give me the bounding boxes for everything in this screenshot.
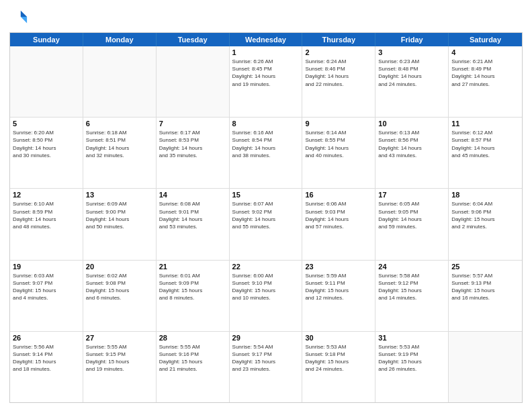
day-headers: SundayMondayTuesdayWednesdayThursdayFrid…	[10, 33, 522, 46]
day-number: 25	[451, 263, 519, 271]
day-number: 13	[86, 191, 153, 199]
day-cell	[10, 46, 83, 117]
day-cell: 21Sunrise: 6:01 AM Sunset: 9:09 PM Dayli…	[157, 261, 230, 331]
day-cell: 24Sunrise: 5:58 AM Sunset: 9:12 PM Dayli…	[375, 261, 449, 331]
day-cell: 3Sunrise: 6:23 AM Sunset: 8:48 PM Daylig…	[375, 46, 449, 117]
day-info: Sunrise: 6:05 AM Sunset: 9:05 PM Dayligh…	[378, 200, 445, 230]
day-cell: 19Sunrise: 6:03 AM Sunset: 9:07 PM Dayli…	[10, 261, 83, 331]
day-number: 30	[305, 334, 372, 342]
day-info: Sunrise: 5:57 AM Sunset: 9:13 PM Dayligh…	[451, 272, 519, 302]
day-header-wednesday: Wednesday	[230, 33, 303, 46]
day-cell: 10Sunrise: 6:13 AM Sunset: 8:56 PM Dayli…	[375, 118, 449, 188]
day-cell: 13Sunrise: 6:09 AM Sunset: 9:00 PM Dayli…	[83, 189, 157, 259]
day-cell: 25Sunrise: 5:57 AM Sunset: 9:13 PM Dayli…	[449, 261, 522, 331]
day-info: Sunrise: 6:24 AM Sunset: 8:46 PM Dayligh…	[305, 58, 372, 88]
day-number: 12	[13, 191, 80, 199]
day-number: 31	[378, 334, 445, 342]
day-info: Sunrise: 5:53 AM Sunset: 9:19 PM Dayligh…	[378, 343, 445, 373]
week-row-2: 5Sunrise: 6:20 AM Sunset: 8:50 PM Daylig…	[10, 118, 522, 189]
day-number: 5	[13, 120, 80, 128]
day-info: Sunrise: 6:01 AM Sunset: 9:09 PM Dayligh…	[159, 272, 226, 302]
day-header-saturday: Saturday	[449, 33, 522, 46]
calendar-body: 1Sunrise: 6:26 AM Sunset: 8:45 PM Daylig…	[10, 46, 522, 402]
day-info: Sunrise: 6:09 AM Sunset: 9:00 PM Dayligh…	[86, 200, 153, 230]
day-number: 11	[451, 120, 519, 128]
day-number: 22	[232, 263, 300, 271]
day-cell: 30Sunrise: 5:53 AM Sunset: 9:18 PM Dayli…	[302, 332, 375, 402]
day-info: Sunrise: 6:04 AM Sunset: 9:06 PM Dayligh…	[451, 200, 519, 230]
day-cell: 8Sunrise: 6:16 AM Sunset: 8:54 PM Daylig…	[230, 118, 303, 188]
day-cell: 28Sunrise: 5:55 AM Sunset: 9:16 PM Dayli…	[157, 332, 230, 402]
day-info: Sunrise: 6:16 AM Sunset: 8:54 PM Dayligh…	[232, 129, 300, 159]
day-info: Sunrise: 6:03 AM Sunset: 9:07 PM Dayligh…	[13, 272, 80, 302]
day-info: Sunrise: 5:53 AM Sunset: 9:18 PM Dayligh…	[305, 343, 372, 373]
day-cell: 6Sunrise: 6:18 AM Sunset: 8:51 PM Daylig…	[83, 118, 157, 188]
page: SundayMondayTuesdayWednesdayThursdayFrid…	[0, 0, 532, 411]
day-number: 14	[159, 191, 226, 199]
day-number: 28	[159, 334, 226, 342]
day-cell: 9Sunrise: 6:14 AM Sunset: 8:55 PM Daylig…	[302, 118, 375, 188]
week-row-5: 26Sunrise: 5:56 AM Sunset: 9:14 PM Dayli…	[10, 332, 522, 402]
logo-icon	[9, 8, 28, 27]
day-cell: 7Sunrise: 6:17 AM Sunset: 8:53 PM Daylig…	[157, 118, 230, 188]
svg-marker-1	[21, 17, 27, 23]
day-cell: 15Sunrise: 6:07 AM Sunset: 9:02 PM Dayli…	[230, 189, 303, 259]
week-row-4: 19Sunrise: 6:03 AM Sunset: 9:07 PM Dayli…	[10, 261, 522, 332]
day-number: 18	[451, 191, 519, 199]
day-number: 24	[378, 263, 445, 271]
day-cell: 11Sunrise: 6:12 AM Sunset: 8:57 PM Dayli…	[449, 118, 522, 188]
day-cell: 12Sunrise: 6:10 AM Sunset: 8:59 PM Dayli…	[10, 189, 83, 259]
day-cell: 4Sunrise: 6:21 AM Sunset: 8:49 PM Daylig…	[449, 46, 522, 117]
day-info: Sunrise: 6:13 AM Sunset: 8:56 PM Dayligh…	[378, 129, 445, 159]
day-header-friday: Friday	[375, 33, 449, 46]
day-info: Sunrise: 6:17 AM Sunset: 8:53 PM Dayligh…	[159, 129, 226, 159]
day-number: 8	[232, 120, 300, 128]
day-number: 6	[86, 120, 153, 128]
day-cell: 5Sunrise: 6:20 AM Sunset: 8:50 PM Daylig…	[10, 118, 83, 188]
day-header-sunday: Sunday	[10, 33, 83, 46]
day-cell: 22Sunrise: 6:00 AM Sunset: 9:10 PM Dayli…	[230, 261, 303, 331]
day-info: Sunrise: 5:58 AM Sunset: 9:12 PM Dayligh…	[378, 272, 445, 302]
day-info: Sunrise: 6:14 AM Sunset: 8:55 PM Dayligh…	[305, 129, 372, 159]
day-info: Sunrise: 6:10 AM Sunset: 8:59 PM Dayligh…	[13, 200, 80, 230]
day-cell: 18Sunrise: 6:04 AM Sunset: 9:06 PM Dayli…	[449, 189, 522, 259]
day-cell: 20Sunrise: 6:02 AM Sunset: 9:08 PM Dayli…	[83, 261, 157, 331]
day-number: 7	[159, 120, 226, 128]
day-header-monday: Monday	[83, 33, 157, 46]
day-number: 23	[305, 263, 372, 271]
day-info: Sunrise: 6:06 AM Sunset: 9:03 PM Dayligh…	[305, 200, 372, 230]
day-info: Sunrise: 5:59 AM Sunset: 9:11 PM Dayligh…	[305, 272, 372, 302]
day-number: 17	[378, 191, 445, 199]
day-cell	[83, 46, 157, 117]
day-info: Sunrise: 6:26 AM Sunset: 8:45 PM Dayligh…	[232, 58, 300, 88]
day-number: 4	[451, 48, 519, 56]
day-cell: 23Sunrise: 5:59 AM Sunset: 9:11 PM Dayli…	[302, 261, 375, 331]
day-info: Sunrise: 6:12 AM Sunset: 8:57 PM Dayligh…	[451, 129, 519, 159]
day-number: 21	[159, 263, 226, 271]
day-info: Sunrise: 5:54 AM Sunset: 9:17 PM Dayligh…	[232, 343, 300, 373]
day-number: 27	[86, 334, 153, 342]
day-header-tuesday: Tuesday	[157, 33, 230, 46]
week-row-1: 1Sunrise: 6:26 AM Sunset: 8:45 PM Daylig…	[10, 46, 522, 118]
day-info: Sunrise: 6:20 AM Sunset: 8:50 PM Dayligh…	[13, 129, 80, 159]
svg-marker-0	[21, 11, 27, 17]
day-cell: 29Sunrise: 5:54 AM Sunset: 9:17 PM Dayli…	[230, 332, 303, 402]
day-number: 29	[232, 334, 300, 342]
day-number: 1	[232, 48, 300, 56]
day-number: 15	[232, 191, 300, 199]
day-cell: 2Sunrise: 6:24 AM Sunset: 8:46 PM Daylig…	[302, 46, 375, 117]
day-number: 9	[305, 120, 372, 128]
day-info: Sunrise: 5:55 AM Sunset: 9:16 PM Dayligh…	[159, 343, 226, 373]
day-cell: 31Sunrise: 5:53 AM Sunset: 9:19 PM Dayli…	[375, 332, 449, 402]
day-cell: 27Sunrise: 5:55 AM Sunset: 9:15 PM Dayli…	[83, 332, 157, 402]
day-info: Sunrise: 6:02 AM Sunset: 9:08 PM Dayligh…	[86, 272, 153, 302]
day-number: 16	[305, 191, 372, 199]
week-row-3: 12Sunrise: 6:10 AM Sunset: 8:59 PM Dayli…	[10, 189, 522, 260]
day-number: 10	[378, 120, 445, 128]
day-header-thursday: Thursday	[302, 33, 375, 46]
day-info: Sunrise: 6:08 AM Sunset: 9:01 PM Dayligh…	[159, 200, 226, 230]
day-cell	[157, 46, 230, 117]
day-cell	[449, 332, 522, 402]
day-info: Sunrise: 6:21 AM Sunset: 8:49 PM Dayligh…	[451, 58, 519, 88]
calendar: SundayMondayTuesdayWednesdayThursdayFrid…	[9, 32, 523, 403]
